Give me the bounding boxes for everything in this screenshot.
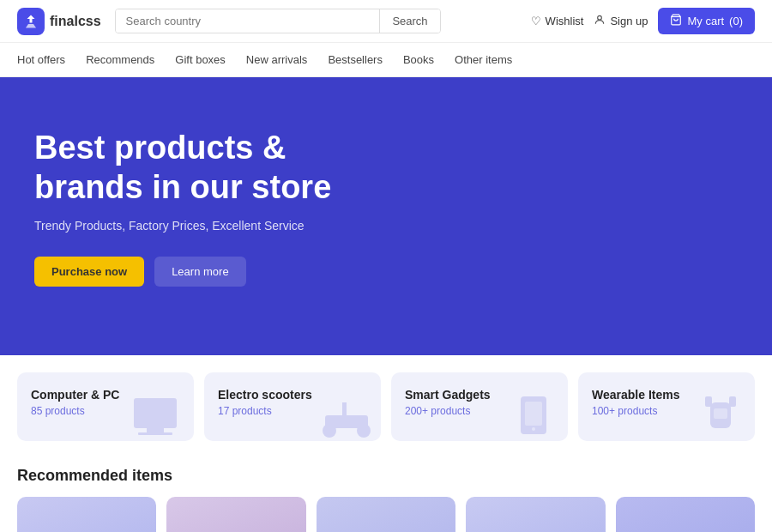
product-grid [17, 497, 755, 532]
search-bar: Search [115, 9, 441, 33]
cart-button[interactable]: My cart (0) [658, 8, 755, 34]
section-title: Recommended items [17, 467, 755, 485]
svg-rect-3 [147, 428, 164, 432]
categories-section: Computer & PC 85 products Electro scoote… [0, 355, 772, 458]
hero-title: Best products & brands in our store [34, 129, 377, 207]
heart-icon: ♡ [531, 15, 541, 27]
logo-icon [17, 8, 45, 35]
svg-point-0 [598, 15, 602, 20]
hero-subtitle: Trendy Products, Factory Prices, Excelle… [34, 219, 738, 233]
navigation: Hot offers Recommends Gift boxes New arr… [0, 43, 772, 77]
search-input[interactable] [116, 9, 380, 33]
nav-item-hot-offers[interactable]: Hot offers [17, 45, 65, 75]
cart-icon [670, 14, 682, 28]
nav-item-recommends[interactable]: Recommends [86, 45, 154, 75]
product-card[interactable] [616, 497, 755, 532]
category-card-gadgets[interactable]: Smart Gadgets 200+ products [391, 372, 568, 441]
recommended-section: Recommended items [0, 458, 772, 532]
svg-rect-8 [342, 402, 347, 415]
logo-text: finalcss [50, 14, 101, 29]
wishlist-label: Wishlist [546, 15, 584, 27]
category-card-computer[interactable]: Computer & PC 85 products [17, 372, 194, 441]
search-button[interactable]: Search [379, 9, 439, 33]
product-card[interactable] [466, 497, 605, 532]
svg-rect-2 [134, 398, 177, 428]
nav-item-new-arrivals[interactable]: New arrivals [246, 45, 308, 75]
svg-rect-13 [705, 396, 712, 407]
user-icon [594, 14, 606, 28]
category-card-wearable[interactable]: Wearable Items 100+ products [578, 372, 755, 441]
svg-rect-7 [325, 415, 368, 428]
learn-more-button[interactable]: Learn more [154, 257, 245, 287]
category-card-electro[interactable]: Electro scooters 17 products [204, 372, 381, 441]
hero-buttons: Purchase now Learn more [34, 257, 738, 287]
product-card[interactable] [17, 497, 156, 532]
purchase-now-button[interactable]: Purchase now [34, 257, 144, 287]
header: finalcss Search ♡ Wishlist Sign up [0, 0, 772, 43]
cart-count: (0) [729, 15, 743, 27]
logo[interactable]: finalcss [17, 8, 101, 35]
product-card[interactable] [317, 497, 455, 532]
nav-item-other-items[interactable]: Other items [455, 45, 512, 75]
nav-item-gift-boxes[interactable]: Gift boxes [175, 45, 226, 75]
cart-label: My cart [687, 15, 724, 27]
nav-item-books[interactable]: Books [403, 45, 434, 75]
signup-label: Sign up [610, 15, 648, 27]
header-actions: ♡ Wishlist Sign up My cart (0) [531, 8, 755, 34]
hero-section: Best products & brands in our store Tren… [0, 77, 772, 355]
svg-rect-4 [138, 432, 172, 435]
svg-rect-15 [714, 408, 727, 419]
wishlist-button[interactable]: ♡ Wishlist [531, 15, 584, 27]
svg-point-11 [532, 427, 535, 431]
product-card[interactable] [166, 497, 305, 532]
signup-button[interactable]: Sign up [594, 14, 648, 28]
svg-rect-14 [729, 396, 736, 407]
nav-item-bestsellers[interactable]: Bestsellers [328, 45, 383, 75]
svg-rect-10 [525, 402, 542, 426]
